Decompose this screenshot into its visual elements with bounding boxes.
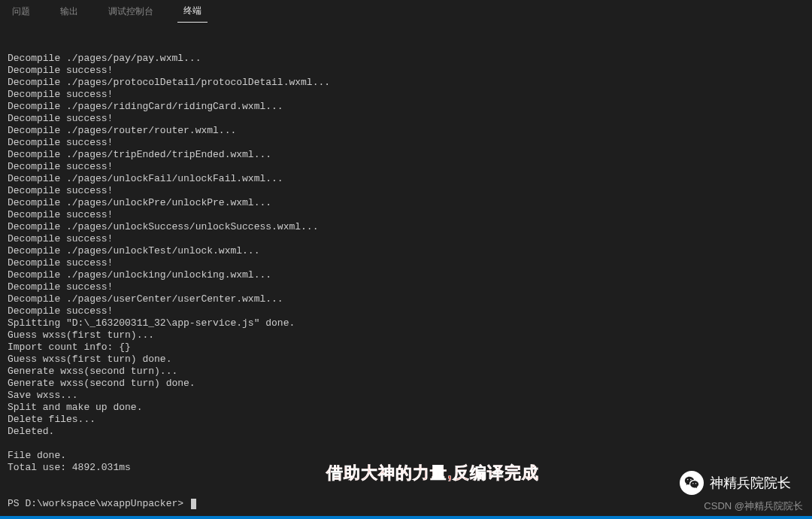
tab-terminal[interactable]: 终端 (177, 0, 208, 23)
terminal-line: Decompile ./pages/pay/pay.wxml... (8, 53, 804, 65)
terminal-line: Decompile ./pages/tripEnded/tripEnded.wx… (8, 149, 804, 161)
terminal-line: Decompile ./pages/protocolDetail/protoco… (8, 77, 804, 89)
terminal-line: Total use: 4892.031ms (8, 462, 804, 474)
terminal-line: Decompile ./pages/unlocking/unlocking.wx… (8, 269, 804, 281)
terminal-line: Decompile success! (8, 233, 804, 245)
terminal-line: Decompile success! (8, 89, 804, 101)
terminal-line: Decompile ./pages/unlockPre/unlockPre.wx… (8, 197, 804, 209)
terminal-line: Decompile ./pages/unlockSuccess/unlockSu… (8, 221, 804, 233)
terminal-line: Delete files... (8, 414, 804, 426)
terminal-line: Decompile ./pages/ridingCard/ridingCard.… (8, 101, 804, 113)
tab-output[interactable]: 输出 (54, 1, 84, 23)
terminal-line: Decompile ./pages/router/router.wxml... (8, 125, 804, 137)
terminal-prompt-row[interactable]: PS D:\workspace\wxappUnpacker> (8, 498, 804, 510)
terminal-line: Splitting "D:\_163200311_32\app-service.… (8, 317, 804, 329)
terminal-line: Decompile success! (8, 65, 804, 77)
terminal-line (8, 438, 804, 450)
terminal-line: Import count info: {} (8, 341, 804, 354)
terminal-line: File done. (8, 450, 804, 462)
terminal-line: Generate wxss(second turn) done. (8, 378, 804, 390)
terminal-line: Decompile success! (8, 281, 804, 293)
status-bar (0, 516, 812, 519)
terminal-cursor (191, 499, 196, 509)
terminal-line: Decompile success! (8, 113, 804, 125)
tab-debug-console[interactable]: 调试控制台 (102, 1, 159, 23)
terminal-line: Guess wxss(first turn)... (8, 329, 804, 341)
terminal-line: Decompile success! (8, 161, 804, 173)
terminal-prompt: PS D:\workspace\wxappUnpacker> (8, 498, 189, 510)
terminal-output[interactable]: Decompile ./pages/pay/pay.wxml...Decompi… (0, 23, 812, 519)
terminal-line: Decompile ./pages/unlockFail/unlockFail.… (8, 173, 804, 185)
terminal-line: Guess wxss(first turn) done. (8, 354, 804, 366)
terminal-line: Generate wxss(second turn)... (8, 366, 804, 378)
terminal-line: Deleted. (8, 426, 804, 438)
terminal-line: Save wxss... (8, 390, 804, 402)
panel-tabs: 问题 输出 调试控制台 终端 (0, 0, 812, 23)
terminal-line: Split and make up done. (8, 402, 804, 414)
terminal-line: Decompile success! (8, 209, 804, 221)
terminal-line: Decompile success! (8, 305, 804, 317)
terminal-line: Decompile ./pages/userCenter/userCenter.… (8, 293, 804, 305)
terminal-line: Decompile success! (8, 257, 804, 269)
terminal-line: Decompile success! (8, 137, 804, 149)
tab-problems[interactable]: 问题 (6, 1, 36, 23)
terminal-line: Decompile ./pages/unlockTest/unlock.wxml… (8, 245, 804, 257)
terminal-line: Decompile success! (8, 185, 804, 197)
